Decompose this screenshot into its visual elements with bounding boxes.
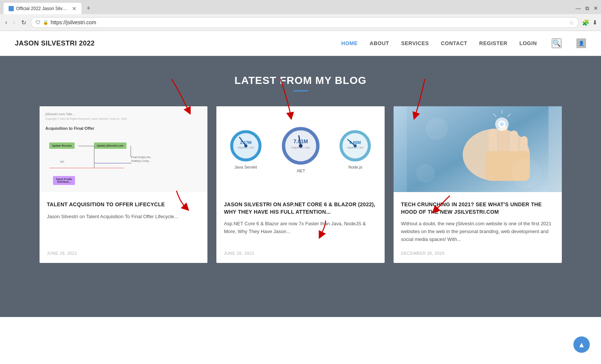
fc-line-v1 <box>94 146 94 168</box>
fc-blue-line <box>94 163 131 163</box>
card-3-title: TECH CRUNCHING IN 2021? SEE WHAT'S UNDER… <box>401 201 554 216</box>
svg-point-30 <box>416 164 435 183</box>
card-2-body: JASON SILVESTRI ON ASP.NET CORE 6 & BLAZ… <box>216 192 385 263</box>
section-title-wrap: LATEST FROM MY BLOG <box>15 75 586 91</box>
section-title: LATEST FROM MY BLOG <box>15 75 586 87</box>
gauge-node: 0.66M requests / sec Node.js <box>338 129 372 169</box>
fc-text-no: NO <box>60 160 65 163</box>
blog-card-3[interactable]: TECH CRUNCHING IN 2021? SEE WHAT'S UNDER… <box>394 106 562 263</box>
card-2-image: 2.17M requests / sec Java Servlet 7.01M <box>216 106 385 192</box>
minimize-button[interactable]: — <box>576 5 581 11</box>
nav-home[interactable]: HOME <box>341 40 358 46</box>
gauge-net-circle: 7.01M requests / sec <box>280 125 321 166</box>
flowchart-site-label: jSilvestri.com Tale... <box>46 112 202 116</box>
flowchart-header-title: Acquisition to Final Offer <box>46 126 202 131</box>
fc-box-talent: Talent ProfileDistributi... <box>53 176 75 185</box>
url-text: https://jsilvestri.com <box>51 19 567 25</box>
gauge-java: 2.17M requests / sec Java Servlet <box>229 129 263 169</box>
card-3-date: DECEMBER 28, 2020 <box>401 251 554 255</box>
svg-point-29 <box>511 159 541 188</box>
bookmark-button[interactable]: ☆ <box>569 19 574 26</box>
blog-cards: jSilvestri.com Tale... Copyright © 2022 … <box>40 106 562 263</box>
download-button[interactable]: ⬇ <box>592 19 597 26</box>
nav-login[interactable]: LOGIN <box>519 40 537 46</box>
nav-about[interactable]: ABOUT <box>370 40 389 46</box>
card-1-image: jSilvestri.com Tale... Copyright © 2022 … <box>40 106 208 192</box>
gauge-node-svg: 0.66M requests / sec <box>338 129 372 163</box>
gauge-net-label: .NET <box>296 169 305 173</box>
card-2-excerpt: Asp.NET Core 6 & Blazor are now 7x Faste… <box>224 220 377 243</box>
card-1-excerpt: Jason Silvestri on Talent Acquisition To… <box>47 213 200 244</box>
card-1-body: TALENT ACQUISITION TO OFFER LIFECYCLE Ja… <box>40 192 208 263</box>
shield-icon: 🛡 <box>35 19 41 25</box>
browser-chrome: Official 2022 Jason Silvestri We... ✕ + … <box>0 0 601 31</box>
restore-button[interactable]: ⧉ <box>585 5 589 12</box>
fc-draft-text: Final Draft(s) Re...Drafts(s) Comp... <box>131 156 153 163</box>
reload-button[interactable]: ↻ <box>20 18 28 27</box>
svg-point-4 <box>244 144 247 147</box>
browser-toolbar-right: 🧩 ⬇ <box>582 19 597 26</box>
address-bar[interactable]: 🛡 🔒 https://jsilvestri.com ☆ <box>31 17 579 28</box>
gauge-java-svg: 2.17M requests / sec <box>229 129 263 163</box>
card-3-excerpt: Without a doubt, the new jSilvestri.com … <box>401 220 554 243</box>
nav-register[interactable]: REGISTER <box>479 40 508 46</box>
forward-button[interactable]: › <box>12 18 16 26</box>
blog-card-1[interactable]: jSilvestri.com Tale... Copyright © 2022 … <box>40 106 208 263</box>
site-nav: HOME ABOUT SERVICES CONTACT REGISTER LOG… <box>341 38 586 48</box>
section-underline <box>293 90 308 91</box>
main-content: LATEST FROM MY BLOG jSilvestri.com Tale.… <box>0 56 601 317</box>
fc-line-v2 <box>131 146 131 157</box>
browser-tabs: Official 2022 Jason Silvestri We... ✕ + … <box>0 0 601 14</box>
lock-icon: 🔒 <box>43 20 48 25</box>
flowchart-copyright: Copyright © 2022 All Rights Reserved | J… <box>46 117 202 120</box>
fc-box-resume: Update Resume <box>49 142 75 149</box>
tab-title: Official 2022 Jason Silvestri We... <box>16 6 68 11</box>
card-3-photo <box>394 106 562 192</box>
close-window-button[interactable]: ✕ <box>594 5 598 11</box>
fc-box-site: Update jSilvestri.com <box>94 142 126 149</box>
gauge-java-label: Java Servlet <box>234 165 257 169</box>
browser-tab-active[interactable]: Official 2022 Jason Silvestri We... ✕ <box>3 2 82 14</box>
gauge-net: 7.01M requests / sec .NET <box>280 125 321 173</box>
svg-point-9 <box>299 144 303 148</box>
svg-point-14 <box>354 144 357 147</box>
flowchart-body: Update Resume Update jSilvestri.com NO F… <box>46 135 202 192</box>
card-2-date: JUNE 28, 2022 <box>224 251 377 255</box>
nav-services[interactable]: SERVICES <box>401 40 429 46</box>
back-button[interactable]: ‹ <box>4 18 9 26</box>
card-1-date: JUNE 29, 2022 <box>47 251 200 255</box>
gauge-node-circle: 0.66M requests / sec <box>338 129 372 163</box>
hand-illustration <box>394 106 562 192</box>
gauge-node-label: Node.js <box>348 165 362 169</box>
site-logo[interactable]: JASON SILVESTRI 2022 <box>15 40 95 47</box>
new-tab-button[interactable]: + <box>84 4 93 12</box>
tab-close-button[interactable]: ✕ <box>72 6 76 12</box>
card-2-title: JASON SILVESTRI ON ASP.NET CORE 6 & BLAZ… <box>224 201 377 216</box>
card-3-body: TECH CRUNCHING IN 2021? SEE WHAT'S UNDER… <box>394 192 562 263</box>
user-avatar[interactable]: 👤 <box>576 38 586 48</box>
svg-point-24 <box>500 122 504 126</box>
gauge-net-svg: 7.01M requests / sec <box>280 125 321 166</box>
fc-line-1 <box>78 146 94 146</box>
card-3-image <box>394 106 562 192</box>
blog-card-2[interactable]: 2.17M requests / sec Java Servlet 7.01M <box>216 106 385 263</box>
tab-favicon <box>9 6 14 11</box>
fc-red-line <box>49 168 124 168</box>
card-1-title: TALENT ACQUISITION TO OFFER LIFECYCLE <box>47 201 200 208</box>
search-button[interactable]: 🔍 <box>552 38 561 48</box>
nav-contact[interactable]: CONTACT <box>441 40 467 46</box>
browser-addressbar: ‹ › ↻ 🛡 🔒 https://jsilvestri.com ☆ 🧩 ⬇ <box>0 14 601 31</box>
site-header: JASON SILVESTRI 2022 HOME ABOUT SERVICES… <box>0 31 601 56</box>
svg-point-28 <box>425 117 448 140</box>
window-controls: — ⧉ ✕ <box>576 5 598 12</box>
extensions-button[interactable]: 🧩 <box>582 19 589 26</box>
gauge-java-circle: 2.17M requests / sec <box>229 129 263 163</box>
